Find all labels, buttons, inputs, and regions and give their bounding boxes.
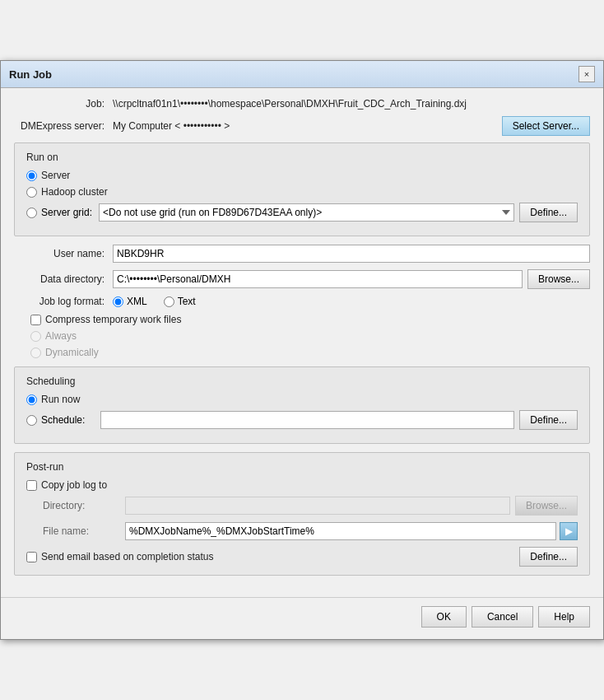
send-email-outer: Send email based on completion status De…	[26, 547, 578, 567]
data-directory-label: Data directory:	[14, 273, 113, 285]
job-value: \\crpcltnaf01n1\••••••••\homespace\Perso…	[113, 98, 590, 110]
dmexpress-server-row: DMExpress server: My Computer < ••••••••…	[14, 116, 590, 136]
dmexpress-value: My Computer < ••••••••••• >	[113, 120, 497, 132]
dialog-title: Run Job	[9, 68, 52, 81]
data-directory-browse-button[interactable]: Browse...	[527, 269, 590, 289]
post-run-title: Post-run	[26, 461, 578, 473]
copy-job-log-checkbox[interactable]	[26, 480, 37, 491]
server-grid-label[interactable]: Server grid:	[41, 207, 92, 218]
job-log-format-label: Job log format:	[14, 296, 113, 307]
hadoop-label[interactable]: Hadoop cluster	[41, 186, 108, 198]
server-grid-select[interactable]: <Do not use grid (run on FD89D67D43EAA o…	[99, 203, 514, 222]
run-on-title: Run on	[26, 152, 578, 163]
run-on-section: Run on Server Hadoop cluster Server grid…	[14, 142, 590, 236]
always-label: Always	[45, 330, 77, 342]
dynamically-row: Dynamically	[14, 347, 590, 358]
hadoop-radio[interactable]	[26, 187, 37, 198]
schedule-input[interactable]	[100, 411, 514, 429]
compress-temp-checkbox[interactable]	[30, 315, 41, 325]
post-run-filename-row: File name: ▶	[26, 522, 578, 540]
schedule-radio[interactable]	[26, 415, 37, 426]
directory-label: Directory:	[43, 500, 125, 511]
post-run-define-button[interactable]: Define...	[519, 547, 578, 567]
send-email-row: Send email based on completion status	[26, 551, 514, 562]
dialog-content: Job: \\crpcltnaf01n1\••••••••\homespace\…	[1, 88, 603, 594]
help-button[interactable]: Help	[538, 606, 590, 628]
scheduling-section: Scheduling Run now Schedule: Define...	[14, 366, 590, 444]
scheduling-title: Scheduling	[26, 376, 578, 387]
file-name-input[interactable]	[125, 522, 556, 540]
run-job-dialog: Run Job × Job: \\crpcltnaf01n1\••••••••\…	[0, 60, 604, 640]
run-now-row: Run now	[26, 394, 578, 405]
dialog-footer: OK Cancel Help	[1, 597, 603, 639]
text-label[interactable]: Text	[178, 296, 196, 307]
send-email-label[interactable]: Send email based on completion status	[41, 551, 213, 562]
close-button[interactable]: ×	[578, 66, 595, 82]
run-on-hadoop-row: Hadoop cluster	[26, 186, 578, 198]
title-bar: Run Job ×	[1, 61, 603, 88]
run-on-server-row: Server	[26, 170, 578, 181]
text-option: Text	[164, 296, 196, 307]
server-radio[interactable]	[26, 170, 37, 181]
cancel-button[interactable]: Cancel	[472, 606, 533, 628]
schedule-label[interactable]: Schedule:	[41, 414, 91, 426]
user-name-label: User name:	[14, 248, 113, 259]
run-on-define-button[interactable]: Define...	[519, 203, 578, 222]
user-name-input[interactable]	[113, 245, 590, 263]
always-radio	[30, 331, 41, 342]
copy-job-log-label[interactable]: Copy job log to	[41, 479, 107, 491]
xml-label[interactable]: XML	[127, 296, 147, 307]
data-directory-row: Data directory: Browse...	[14, 269, 590, 289]
post-run-section: Post-run Copy job log to Directory: Brow…	[14, 452, 590, 576]
job-row: Job: \\crpcltnaf01n1\••••••••\homespace\…	[14, 98, 590, 110]
xml-radio[interactable]	[113, 296, 123, 307]
dynamically-label: Dynamically	[45, 347, 99, 358]
dmexpress-label: DMExpress server:	[14, 120, 113, 132]
file-arrow-button[interactable]: ▶	[560, 522, 578, 540]
job-log-format-row: Job log format: XML Text	[14, 296, 590, 307]
server-label[interactable]: Server	[41, 170, 70, 181]
run-now-label[interactable]: Run now	[41, 394, 80, 405]
compress-temp-label[interactable]: Compress temporary work files	[45, 314, 181, 325]
run-now-radio[interactable]	[26, 394, 37, 405]
xml-option: XML	[113, 296, 147, 307]
schedule-row: Schedule: Define...	[26, 410, 578, 430]
run-on-grid-row: Server grid: <Do not use grid (run on FD…	[26, 203, 578, 222]
job-log-format-options: XML Text	[113, 296, 212, 307]
job-label: Job:	[14, 98, 113, 110]
file-name-label: File name:	[43, 525, 125, 537]
send-email-checkbox[interactable]	[26, 552, 37, 562]
dynamically-radio	[30, 348, 41, 358]
schedule-define-button[interactable]: Define...	[519, 410, 578, 430]
select-server-button[interactable]: Select Server...	[502, 116, 590, 136]
post-run-directory-row: Directory: Browse...	[26, 496, 578, 516]
always-row: Always	[14, 330, 590, 342]
data-directory-input[interactable]	[113, 270, 523, 288]
text-radio[interactable]	[164, 296, 174, 307]
ok-button[interactable]: OK	[421, 606, 467, 628]
server-grid-radio[interactable]	[26, 208, 37, 218]
compress-temp-row: Compress temporary work files	[14, 314, 590, 325]
copy-job-log-row: Copy job log to	[26, 479, 578, 491]
directory-input[interactable]	[125, 497, 510, 515]
user-name-row: User name:	[14, 245, 590, 263]
directory-browse-button[interactable]: Browse...	[515, 496, 578, 516]
